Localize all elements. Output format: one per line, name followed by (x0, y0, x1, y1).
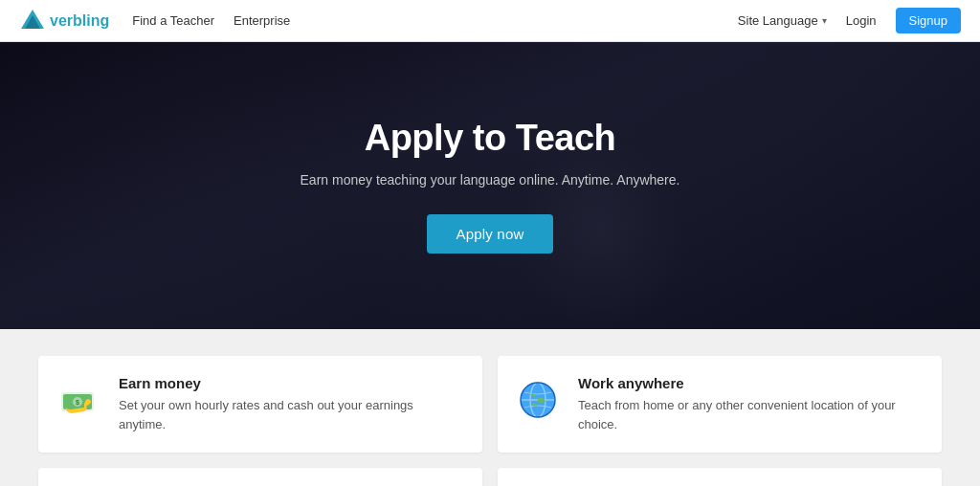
work-anywhere-title: Work anywhere (578, 375, 923, 391)
apply-now-button[interactable]: Apply now (427, 214, 552, 254)
earn-money-text: Earn money Set your own hourly rates and… (119, 375, 463, 433)
earn-money-desc: Set your own hourly rates and cash out y… (119, 396, 463, 433)
nav-enterprise[interactable]: Enterprise (234, 13, 290, 28)
signup-button[interactable]: Signup (896, 8, 961, 33)
hero-title: Apply to Teach (301, 118, 680, 159)
features-section: $ Earn money Set your own hourly rates a… (0, 329, 980, 486)
svg-text:$: $ (76, 399, 79, 407)
work-anywhere-text: Work anywhere Teach from home or any oth… (578, 375, 923, 433)
hero-content: Apply to Teach Earn money teaching your … (301, 118, 680, 254)
chevron-down-icon: ▾ (822, 15, 827, 26)
hero-subtitle: Earn money teaching your language online… (301, 172, 680, 188)
feature-card-earn-money: $ Earn money Set your own hourly rates a… (38, 356, 482, 453)
work-anywhere-icon (513, 375, 563, 425)
navbar: verbling Find a Teacher Enterprise Site … (0, 0, 980, 42)
navbar-links: Find a Teacher Enterprise (132, 13, 738, 28)
earn-money-title: Earn money (119, 375, 463, 391)
login-button[interactable]: Login (838, 10, 884, 32)
feature-card-flexibility: Flexibility Teach in any capacity: full-… (498, 468, 942, 486)
nav-find-teacher[interactable]: Find a Teacher (132, 13, 214, 28)
site-language-selector[interactable]: Site Language ▾ (738, 13, 827, 28)
work-anywhere-desc: Teach from home or any other convenient … (578, 396, 923, 433)
feature-card-work-anywhere: Work anywhere Teach from home or any oth… (498, 356, 942, 453)
hero-section: Apply to Teach Earn money teaching your … (0, 42, 980, 329)
navbar-right: Site Language ▾ Login Signup (738, 8, 961, 33)
site-language-label: Site Language (738, 13, 818, 28)
earn-money-icon: $ (54, 375, 103, 425)
feature-card-teach-anytime: Teach anytime Adjust your personal avail… (38, 468, 482, 486)
verbling-logo-icon (19, 8, 46, 34)
brand-logo[interactable]: verbling (19, 8, 109, 34)
brand-name: verbling (50, 12, 109, 30)
